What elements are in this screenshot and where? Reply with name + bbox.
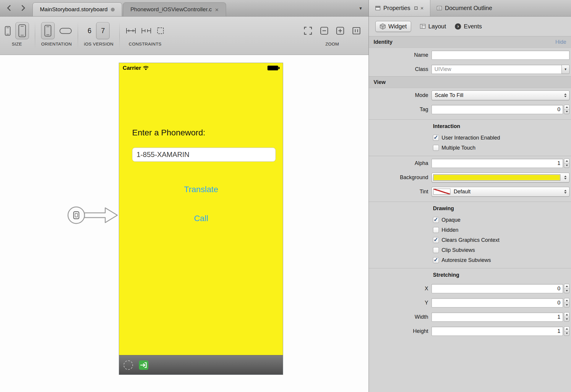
user-interaction-label: User Interaction Enabled bbox=[442, 135, 500, 141]
tint-value: Default bbox=[454, 189, 471, 195]
subtab-layout[interactable]: Layout bbox=[420, 23, 446, 30]
first-responder-icon[interactable] bbox=[124, 360, 133, 370]
identity-header-label: Identity bbox=[374, 39, 392, 45]
background-color-popup[interactable] bbox=[432, 173, 570, 182]
tint-popup[interactable]: Default bbox=[432, 187, 570, 197]
orientation-landscape-button[interactable] bbox=[59, 28, 72, 34]
clip-subviews-row: ✓ Clip Subviews bbox=[369, 245, 571, 255]
stretch-width-input[interactable] bbox=[432, 312, 563, 322]
check-icon: ✓ bbox=[434, 217, 438, 222]
stretch-x-stepper[interactable] bbox=[564, 284, 570, 293]
stretch-width-stepper[interactable] bbox=[564, 312, 570, 322]
zoom-in-icon bbox=[336, 27, 344, 35]
alpha-input[interactable] bbox=[432, 159, 563, 168]
zoom-out-button[interactable] bbox=[320, 27, 328, 35]
class-dropdown-icon[interactable]: ▼ bbox=[562, 65, 570, 74]
size-iphone35-button[interactable] bbox=[5, 26, 11, 36]
popup-arrows-icon bbox=[564, 173, 567, 182]
phoneword-prompt-label[interactable]: Enter a Phoneword: bbox=[132, 128, 205, 137]
modified-indicator-icon[interactable] bbox=[111, 8, 115, 12]
iphone-small-icon bbox=[5, 26, 11, 36]
stretch-y-stepper[interactable] bbox=[564, 298, 570, 307]
size-iphone4in-button[interactable] bbox=[15, 22, 29, 39]
view-header-label: View bbox=[374, 79, 386, 85]
subtab-events[interactable]: › Events bbox=[455, 23, 482, 30]
stretch-y-input[interactable] bbox=[432, 298, 563, 307]
status-bar: Carrier bbox=[119, 63, 283, 73]
mode-value: Scale To Fill bbox=[435, 92, 463, 98]
layout-icon bbox=[420, 24, 426, 29]
frame-constraint-icon bbox=[156, 27, 165, 35]
zoom-in-button[interactable] bbox=[336, 27, 344, 35]
exit-segue-icon[interactable] bbox=[139, 360, 148, 370]
constraint-spacing-button[interactable] bbox=[141, 27, 152, 34]
tab-label: MainStoryboard.storyboard bbox=[40, 6, 108, 13]
name-label: Name bbox=[369, 52, 432, 58]
multiple-touch-checkbox[interactable]: ✓ bbox=[433, 145, 439, 151]
initial-view-controller-arrow[interactable] bbox=[66, 203, 119, 228]
class-combo[interactable]: UIView ▼ bbox=[432, 65, 570, 74]
hide-link[interactable]: Hide bbox=[555, 39, 566, 45]
opaque-row: ✓ Opaque bbox=[369, 215, 571, 225]
translate-button[interactable]: Translate bbox=[119, 185, 283, 194]
tag-stepper[interactable] bbox=[564, 105, 570, 114]
tab-viewcontroller-source[interactable]: Phoneword_iOSViewController.c × bbox=[123, 2, 226, 16]
tag-input[interactable] bbox=[432, 105, 563, 114]
alpha-label: Alpha bbox=[369, 160, 432, 166]
document-outline-icon bbox=[437, 6, 442, 10]
autoresize-subviews-row: ✓ Autoresize Subviews bbox=[369, 255, 571, 265]
stretch-height-row: Height bbox=[369, 324, 571, 338]
toolbar-separator bbox=[78, 21, 78, 50]
tint-row: Tint Default bbox=[369, 184, 571, 199]
stretch-y-label: Y bbox=[369, 300, 432, 306]
background-color-swatch bbox=[433, 174, 560, 181]
back-button[interactable] bbox=[6, 4, 12, 12]
hidden-checkbox[interactable]: ✓ bbox=[433, 227, 439, 233]
battery-icon bbox=[267, 66, 278, 70]
call-button[interactable]: Call bbox=[119, 214, 283, 223]
orientation-group: ORIENTATION bbox=[41, 17, 72, 55]
tab-overflow-dropdown-icon[interactable]: ▼ bbox=[359, 6, 363, 11]
class-row: Class UIView ▼ bbox=[369, 62, 571, 76]
spacing-constraint-icon bbox=[141, 27, 152, 34]
subtab-widget[interactable]: Widget bbox=[375, 21, 411, 32]
ios7-button[interactable]: 7 bbox=[96, 22, 110, 39]
close-pane-icon[interactable]: × bbox=[420, 5, 424, 11]
view-controller[interactable]: Carrier Enter a Phoneword: Translate Cal… bbox=[119, 63, 283, 375]
name-input[interactable] bbox=[432, 51, 570, 60]
multiple-touch-label: Multiple Touch bbox=[442, 145, 476, 151]
ios6-button[interactable]: 6 bbox=[88, 27, 92, 35]
tag-label: Tag bbox=[369, 106, 432, 113]
stretch-height-input[interactable] bbox=[432, 327, 563, 336]
tab-document-outline[interactable]: Document Outline bbox=[430, 0, 499, 16]
float-pane-icon[interactable] bbox=[414, 7, 418, 10]
chevron-left-icon bbox=[7, 5, 11, 11]
clears-graphics-checkbox[interactable]: ✓ bbox=[433, 237, 439, 243]
storyboard-view[interactable]: Carrier Enter a Phoneword: Translate Cal… bbox=[119, 63, 283, 355]
stretch-x-input[interactable] bbox=[432, 284, 563, 293]
design-canvas[interactable]: Carrier Enter a Phoneword: Translate Cal… bbox=[0, 55, 369, 392]
user-interaction-checkbox[interactable]: ✓ bbox=[433, 135, 439, 141]
tab-mainstoryboard[interactable]: MainStoryboard.storyboard bbox=[33, 2, 122, 16]
forward-button[interactable] bbox=[20, 4, 26, 12]
close-icon[interactable]: × bbox=[215, 7, 218, 13]
background-label: Background bbox=[369, 174, 432, 181]
zoom-actual-size-button[interactable] bbox=[352, 27, 361, 35]
phoneword-text-field[interactable] bbox=[132, 148, 276, 162]
constraint-width-button[interactable] bbox=[126, 27, 136, 34]
stretch-height-stepper[interactable] bbox=[564, 326, 570, 336]
zoom-group-label: ZOOM bbox=[325, 41, 339, 46]
check-icon: ✓ bbox=[434, 237, 438, 242]
drawing-group-label: Drawing bbox=[369, 202, 571, 215]
orientation-portrait-button[interactable] bbox=[41, 22, 55, 39]
constraint-frame-button[interactable] bbox=[156, 27, 165, 35]
opaque-checkbox[interactable]: ✓ bbox=[433, 217, 439, 223]
mode-popup[interactable]: Scale To Fill bbox=[432, 90, 570, 100]
tab-properties[interactable]: Properties × bbox=[369, 0, 430, 16]
alpha-stepper[interactable] bbox=[564, 158, 570, 168]
class-value: UIView bbox=[432, 65, 562, 74]
portrait-icon bbox=[44, 25, 51, 37]
autoresize-subviews-checkbox[interactable]: ✓ bbox=[433, 257, 439, 263]
zoom-fullscreen-button[interactable] bbox=[304, 26, 312, 35]
clip-subviews-checkbox[interactable]: ✓ bbox=[433, 247, 439, 253]
